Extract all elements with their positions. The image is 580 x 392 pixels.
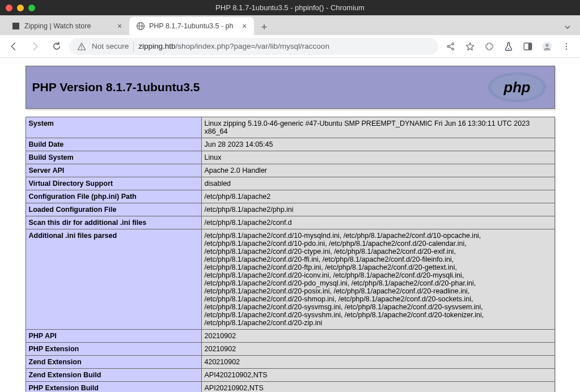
table-row: Build SystemLinux	[26, 151, 554, 164]
table-row: PHP Extension BuildAPI20210902,NTS	[26, 382, 554, 393]
page-viewport[interactable]: PHP Version 8.1.7-1ubuntu3.5 php SystemL…	[0, 58, 580, 392]
close-window-button[interactable]	[6, 5, 12, 11]
favicon-icon	[11, 22, 20, 31]
profile-button[interactable]	[538, 37, 556, 56]
config-key: PHP Extension	[26, 343, 201, 356]
minimize-window-button[interactable]	[17, 5, 24, 11]
config-value: API20210902,NTS	[201, 382, 554, 393]
close-tab-button[interactable]: ×	[240, 22, 248, 30]
config-value: /etc/php/8.1/apache2/conf.d	[201, 216, 554, 229]
config-value: 20210902	[201, 343, 554, 356]
table-row: Zend Extension BuildAPI420210902,NTS	[26, 369, 554, 382]
config-key: Build System	[26, 151, 201, 164]
new-tab-button[interactable]: +	[256, 19, 272, 35]
address-bar[interactable]: Not secure zipping.htb/shop/index.php?pa…	[69, 38, 438, 55]
side-panel-button[interactable]	[519, 37, 537, 56]
config-key: Configuration File (php.ini) Path	[26, 190, 201, 203]
browser-menu-button[interactable]	[557, 37, 575, 56]
config-key: System	[26, 117, 201, 138]
close-tab-button[interactable]: ×	[116, 22, 124, 30]
table-row: PHP Extension20210902	[26, 343, 554, 356]
config-value: Jun 28 2023 14:05:45	[201, 138, 554, 151]
config-key: Server API	[26, 164, 201, 177]
table-row: SystemLinux zipping 5.19.0-46-generic #4…	[26, 117, 554, 138]
config-key: Virtual Directory Support	[26, 177, 201, 190]
extensions-button[interactable]	[480, 37, 498, 56]
url-host: zipping.htb	[138, 42, 175, 50]
security-label: Not secure	[92, 42, 129, 50]
svg-text:php: php	[503, 79, 530, 95]
php-version-heading: PHP Version 8.1.7-1ubuntu3.5	[32, 80, 200, 94]
svg-point-14	[545, 44, 548, 46]
reload-button[interactable]	[48, 37, 66, 56]
browser-tab-zipping[interactable]: Zipping | Watch store ×	[5, 17, 129, 35]
config-key: Zend Extension	[26, 356, 201, 369]
nav-forward-button[interactable]	[26, 37, 44, 56]
svg-line-8	[449, 44, 452, 46]
table-row: Scan this dir for additional .ini files/…	[26, 216, 554, 229]
svg-point-16	[566, 45, 567, 46]
config-key: Build Date	[26, 138, 201, 151]
phpinfo-header-table: PHP Version 8.1.7-1ubuntu3.5 php	[26, 66, 555, 109]
table-row: Zend Extension420210902	[26, 356, 554, 369]
phpinfo-table: SystemLinux zipping 5.19.0-46-generic #4…	[26, 117, 555, 392]
tab-strip: Zipping | Watch store × PHP 8.1.7-1ubunt…	[0, 15, 580, 35]
config-key: Scan this dir for additional .ini files	[26, 216, 201, 229]
table-row: PHP API20210902	[26, 330, 554, 343]
tab-title: Zipping | Watch store	[24, 22, 112, 30]
table-row: Server APIApache 2.0 Handler	[26, 164, 554, 177]
table-row: Configuration File (php.ini) Path/etc/ph…	[26, 190, 554, 203]
share-button[interactable]	[442, 37, 460, 56]
svg-point-6	[452, 42, 454, 44]
svg-rect-12	[528, 43, 532, 50]
tab-title: PHP 8.1.7-1ubuntu3.5 - ph	[149, 22, 236, 30]
window-controls	[6, 5, 35, 11]
globe-icon	[136, 22, 145, 31]
svg-point-5	[447, 45, 449, 47]
browser-toolbar: Not secure zipping.htb/shop/index.php?pa…	[0, 35, 580, 58]
config-value: /etc/php/8.1/apache2/php.ini	[201, 203, 554, 216]
config-value: 420210902	[201, 356, 554, 369]
nav-back-button[interactable]	[5, 37, 23, 56]
table-row: Additional .ini files parsed/etc/php/8.1…	[26, 229, 554, 330]
maximize-window-button[interactable]	[28, 5, 35, 11]
window-titlebar: PHP 8.1.7-1ubuntu3.5 - phpinfo() - Chrom…	[0, 0, 580, 15]
table-row: Virtual Directory Supportdisabled	[26, 177, 554, 190]
config-key: PHP Extension Build	[26, 382, 201, 393]
svg-point-15	[566, 43, 567, 44]
config-value: Linux zipping 5.19.0-46-generic #47-Ubun…	[201, 117, 554, 138]
config-value: disabled	[201, 177, 554, 190]
bookmark-button[interactable]	[461, 37, 479, 56]
svg-point-17	[566, 48, 567, 49]
config-value: Linux	[201, 151, 554, 164]
config-value: /etc/php/8.1/apache2/conf.d/10-mysqlnd.i…	[201, 229, 554, 330]
config-value: /etc/php/8.1/apache2	[201, 190, 554, 203]
url-path: /shop/index.php?page=/var/lib/mysql/racc…	[176, 42, 329, 50]
separator	[133, 41, 134, 52]
config-key: Loaded Configuration File	[26, 203, 201, 216]
svg-point-7	[452, 48, 454, 49]
browser-tab-phpinfo[interactable]: PHP 8.1.7-1ubuntu3.5 - ph ×	[129, 17, 254, 35]
config-value: Apache 2.0 Handler	[201, 164, 554, 177]
config-key: PHP API	[26, 330, 201, 343]
window-title: PHP 8.1.7-1ubuntu3.5 - phpinfo() - Chrom…	[0, 3, 580, 12]
config-key: Additional .ini files parsed	[26, 229, 201, 330]
svg-line-9	[449, 46, 452, 48]
tab-list-dropdown[interactable]	[560, 19, 575, 35]
php-logo-icon: php	[486, 70, 548, 104]
config-value: API420210902,NTS	[201, 369, 554, 382]
svg-point-10	[508, 48, 509, 49]
svg-point-4	[81, 48, 82, 49]
config-key: Zend Extension Build	[26, 369, 201, 382]
table-row: Build DateJun 28 2023 14:05:45	[26, 138, 554, 151]
config-value: 20210902	[201, 330, 554, 343]
table-row: Loaded Configuration File/etc/php/8.1/ap…	[26, 203, 554, 216]
not-secure-icon	[76, 41, 87, 52]
extension-icon-flask[interactable]	[499, 37, 518, 56]
